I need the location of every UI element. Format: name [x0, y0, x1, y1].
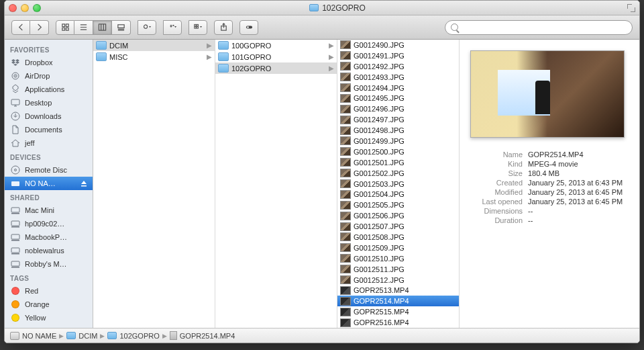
sidebar-item-downloads[interactable]: Downloads	[5, 110, 93, 123]
computer-icon	[10, 218, 21, 229]
file-row[interactable]: GOPR2514.MP4	[337, 296, 459, 306]
minimize-icon[interactable]	[21, 4, 29, 12]
file-row[interactable]: G0012495.JPG	[337, 93, 459, 103]
sidebar-item-macbookp-[interactable]: MacbookP…	[5, 230, 93, 244]
sidebar-item-yellow[interactable]: Yellow	[5, 311, 93, 324]
column-1[interactable]: DCIM▶MISC▶	[93, 40, 215, 328]
close-icon[interactable]	[9, 4, 17, 12]
svg-rect-9	[194, 27, 195, 28]
file-row[interactable]: G0012494.JPG	[337, 83, 459, 93]
file-row[interactable]: 100GOPRO▶	[215, 40, 337, 51]
box-icon	[10, 57, 21, 68]
column-3[interactable]: G0012490.JPGG0012491.JPGG0012492.JPGG001…	[337, 40, 460, 328]
sidebar-item-mac-mini[interactable]: Mac Mini	[5, 204, 93, 217]
file-row[interactable]: G0012509.JPG	[337, 243, 459, 253]
computer-icon	[10, 232, 21, 243]
sidebar-item-dropbox[interactable]: Dropbox	[5, 56, 93, 69]
back-button[interactable]	[11, 20, 30, 35]
dropbox-button[interactable]	[163, 20, 182, 35]
sidebar-item-red[interactable]: Red	[5, 284, 93, 298]
sidebar-item-remote-disc[interactable]: Remote Disc	[5, 163, 93, 177]
file-row[interactable]: G0012497.JPG	[337, 114, 459, 125]
search-field[interactable]	[445, 20, 633, 35]
titlebar[interactable]: 102GOPRO	[5, 1, 639, 15]
mov-icon	[170, 331, 177, 340]
search-icon	[451, 24, 458, 31]
pathbar-item[interactable]: 102GOPRO	[107, 332, 159, 340]
meta-key: Duration	[466, 216, 528, 224]
folder-icon	[309, 4, 319, 11]
svg-rect-23	[11, 213, 19, 214]
svg-rect-5	[118, 25, 124, 28]
arrange-button[interactable]	[189, 20, 207, 35]
tag-dot-icon	[10, 312, 21, 323]
view-columns-button[interactable]	[93, 20, 112, 35]
sidebar-item-orange[interactable]: Orange	[5, 298, 93, 311]
share-button[interactable]	[214, 20, 233, 35]
meta-value: GOPR2514.MP4	[528, 150, 629, 159]
file-row[interactable]: G0012512.JPG	[337, 275, 459, 286]
tags-button[interactable]	[239, 20, 258, 35]
sidebar-item-desktop[interactable]: Desktop	[5, 96, 93, 110]
file-row[interactable]: 101GOPRO▶	[215, 51, 337, 62]
file-row[interactable]: G0012503.JPG	[337, 179, 459, 189]
download-icon	[10, 111, 21, 122]
file-row[interactable]: G0012508.JPG	[337, 232, 459, 243]
action-menu-button[interactable]	[138, 20, 156, 35]
file-row[interactable]: G0012496.JPG	[337, 103, 459, 114]
file-row[interactable]: 102GOPRO▶	[215, 62, 337, 74]
fullscreen-icon[interactable]	[627, 4, 635, 12]
pathbar-item[interactable]: GOPR2514.MP4	[170, 331, 235, 340]
pathbar-label: 102GOPRO	[119, 332, 159, 340]
file-row[interactable]: G0012492.JPG	[337, 61, 459, 72]
search-input[interactable]	[462, 24, 627, 32]
sidebar-item-no-na-[interactable]: NO NA…	[5, 177, 93, 190]
airdrop-icon	[10, 71, 21, 81]
file-row[interactable]: G0012490.JPG	[337, 40, 459, 50]
file-row[interactable]: G0012502.JPG	[337, 168, 459, 179]
file-row[interactable]: GOPR2516.MP4	[337, 317, 459, 328]
file-row[interactable]: G0012505.JPG	[337, 200, 459, 210]
svg-rect-25	[11, 226, 19, 228]
file-row[interactable]: GOPR2513.MP4	[337, 285, 459, 296]
sidebar-item-robby-s-m-[interactable]: Robby's M…	[5, 257, 93, 271]
file-row[interactable]: G0012491.JPG	[337, 50, 459, 61]
file-row[interactable]: GOPR2515.MP4	[337, 306, 459, 317]
file-row[interactable]: MISC▶	[93, 51, 215, 62]
meta-value: MPEG-4 movie	[528, 160, 629, 168]
chevron-right-icon: ▶	[329, 42, 335, 49]
file-row[interactable]: G0012493.JPG	[337, 72, 459, 83]
sidebar-item-hp009c02-[interactable]: hp009c02…	[5, 217, 93, 230]
view-list-button[interactable]	[74, 20, 93, 35]
file-row[interactable]: G0012510.JPG	[337, 253, 459, 264]
file-row[interactable]: G0012506.JPG	[337, 210, 459, 221]
pathbar-item[interactable]: NO NAME	[10, 332, 56, 340]
file-row[interactable]: G0012501.JPG	[337, 157, 459, 168]
column-2[interactable]: 100GOPRO▶101GOPRO▶102GOPRO▶	[215, 40, 337, 328]
pathbar-label: NO NAME	[22, 332, 56, 340]
file-row[interactable]: G0012511.JPG	[337, 264, 459, 275]
file-row[interactable]: G0012500.JPG	[337, 146, 459, 157]
sidebar-item-label: NO NA…	[25, 179, 56, 187]
preview-thumbnail[interactable]	[470, 50, 625, 138]
view-coverflow-button[interactable]	[112, 20, 131, 35]
file-row[interactable]: G0012498.JPG	[337, 125, 459, 136]
file-row[interactable]: G0012499.JPG	[337, 136, 459, 146]
file-row[interactable]: G0012504.JPG	[337, 189, 459, 200]
meta-value: January 25, 2013 at 6:45 PM	[528, 188, 629, 196]
sidebar-item-airdrop[interactable]: AirDrop	[5, 69, 93, 83]
pathbar-item[interactable]: DCIM	[66, 332, 97, 340]
file-row[interactable]: DCIM▶	[93, 40, 215, 51]
sidebar-item-noblewalrus[interactable]: noblewalrus	[5, 244, 93, 257]
file-row[interactable]: G0012507.JPG	[337, 221, 459, 232]
sidebar-item-applications[interactable]: Applications	[5, 83, 93, 96]
meta-row: ModifiedJanuary 25, 2013 at 6:45 PM	[466, 187, 629, 197]
zoom-icon[interactable]	[33, 4, 41, 12]
eject-icon[interactable]	[80, 180, 87, 187]
sidebar-item-jeff[interactable]: jeff	[5, 136, 93, 150]
image-icon	[340, 40, 351, 49]
view-icon-button[interactable]	[56, 20, 74, 35]
sidebar-item-documents[interactable]: Documents	[5, 123, 93, 136]
forward-button[interactable]	[30, 20, 49, 35]
meta-value: January 25, 2013 at 6:45 PM	[528, 198, 629, 206]
